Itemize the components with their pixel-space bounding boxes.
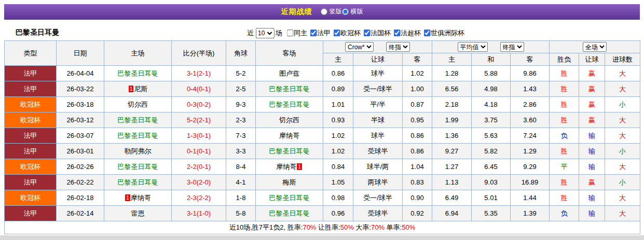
avg-draw-odds: 5.82 — [472, 144, 511, 159]
checkbox-same-home[interactable] — [286, 30, 293, 36]
corners: 7-3 — [226, 128, 256, 144]
home-team-cell: 勒阿弗尔 — [104, 144, 172, 159]
team-name[interactable]: 巴黎圣日耳曼 — [269, 147, 310, 155]
league-badge: 法甲 — [5, 175, 57, 190]
team-name[interactable]: 巴黎圣日耳曼 — [118, 132, 158, 139]
checkbox-coupe-de-france[interactable] — [363, 30, 370, 36]
layout-option-vertical[interactable]: 竖版 — [321, 7, 342, 16]
checkbox-ligue1[interactable] — [310, 30, 317, 36]
match-date: 26-03-12 — [57, 112, 104, 128]
checkbox-trophee[interactable] — [393, 30, 400, 36]
result-wdl: 胜 — [550, 144, 579, 159]
league-badge: 欧冠杯 — [5, 159, 57, 175]
col-header-corners: 角球 — [226, 41, 256, 66]
match-date: 26-03-22 — [57, 81, 104, 97]
filter-checkbox-trophee[interactable]: 法超杯 — [393, 29, 421, 38]
layout-option-horizontal[interactable]: 横版 — [342, 7, 363, 16]
avg-home-odds: 1.27 — [432, 159, 472, 175]
result-wdl: 胜 — [550, 81, 579, 97]
corners: 8-4 — [226, 159, 256, 175]
col-header-type: 类型 — [5, 41, 57, 66]
home-team-cell: 巴黎圣日耳曼 — [104, 175, 172, 190]
team-name[interactable]: 摩纳哥 — [276, 163, 296, 171]
result-wdl: 负 — [550, 128, 579, 144]
league-badge: 法甲 — [5, 144, 57, 159]
team-name[interactable]: 巴黎圣日耳曼 — [118, 69, 158, 77]
filter-checkbox-club-world-cup[interactable]: 世俱洲际杯 — [423, 29, 464, 38]
checkbox-club-world-cup[interactable] — [423, 30, 430, 36]
crown-home-odds: 1.02 — [323, 128, 353, 144]
table-body: 法甲 26-04-04 巴黎圣日耳曼 3-1(2-1) 5-2 图卢兹 0.86… — [5, 66, 640, 221]
league-badge: 法甲 — [5, 128, 57, 144]
team-name[interactable]: 图卢兹 — [279, 69, 299, 77]
result-handicap: 赢 — [579, 66, 605, 81]
summary-label: 让胜率: — [316, 223, 340, 231]
match-row: 欧冠杯 26-02-26 巴黎圣日耳曼 2-2(0-1) 8-4 摩纳哥1 0.… — [5, 159, 640, 175]
sub-header-goals: 进球数 — [605, 53, 640, 66]
avg-home-odds: 9.27 — [432, 144, 472, 159]
sub-header-crown-away: 客 — [403, 53, 432, 66]
match-date: 26-03-18 — [57, 97, 104, 112]
score: 2-2(0-1) — [172, 159, 226, 175]
result-goals: 大 — [605, 159, 640, 175]
layout-radios: 竖版横版 — [321, 7, 363, 17]
match-count-select[interactable]: 10 — [255, 28, 274, 38]
team-name[interactable]: 勒阿弗尔 — [125, 147, 152, 155]
summary-label: 大率: — [354, 223, 371, 231]
team-name[interactable]: 巴黎圣日耳曼 — [118, 178, 158, 186]
team-name[interactable]: 摩纳哥 — [131, 194, 151, 202]
crown-home-odds: 1.05 — [323, 175, 353, 190]
title-bar: 近期战绩 竖版横版 — [4, 4, 640, 20]
col-header-date: 日期 — [57, 41, 104, 66]
layout-radio-horizontal[interactable] — [342, 8, 349, 15]
result-handicap: 输 — [579, 159, 605, 175]
team-name[interactable]: 切尔西 — [128, 101, 148, 108]
crown-handicap: 球半 — [353, 66, 403, 81]
summary-label: 近10场,胜7平1负2, 胜率: — [229, 223, 303, 231]
avg-home-odds: 2.18 — [432, 97, 472, 112]
filter-bar: 巴黎圣日耳曼 近 10 场 同主法甲欧冠杯法国杯法超杯世俱洲际杯 — [4, 20, 640, 40]
away-team-cell: 巴黎圣日耳曼 — [256, 206, 323, 221]
summary-row: 近10场,胜7平1负2, 胜率:70% 让胜率:50% 大率:70% 单率:50… — [5, 221, 640, 234]
result-handicap: 输 — [579, 144, 605, 159]
result-scope-select[interactable]: 全场 — [583, 42, 607, 52]
home-team-cell: 1摩纳哥 — [104, 190, 172, 206]
filter-checkbox-ucl[interactable]: 欧冠杯 — [333, 29, 361, 38]
filter-checkbox-ligue1[interactable]: 法甲 — [310, 29, 331, 38]
corners: 5-2 — [226, 66, 256, 81]
filter-checkbox-same-home[interactable]: 同主 — [286, 29, 307, 38]
result-wdl: 胜 — [550, 97, 579, 112]
avg-source-select[interactable]: 平均值 — [458, 42, 488, 52]
team-name[interactable]: 巴黎圣日耳曼 — [269, 101, 310, 108]
team-name[interactable]: 巴黎圣日耳曼 — [269, 85, 310, 93]
team-name[interactable]: 梅斯 — [283, 178, 296, 186]
result-goals: 大 — [605, 112, 640, 128]
team-name[interactable]: 切尔西 — [279, 116, 299, 124]
summary-text: 近10场,胜7平1负2, 胜率:70% 让胜率:50% 大率:70% 单率:50… — [5, 221, 640, 234]
filter-checkbox-coupe-de-france[interactable]: 法国杯 — [363, 29, 391, 38]
avg-time-select[interactable]: 终指 — [500, 42, 524, 52]
team-name[interactable]: 雷恩 — [131, 209, 145, 217]
team-name[interactable]: 巴黎圣日耳曼 — [269, 194, 310, 202]
checkbox-ucl[interactable] — [333, 30, 340, 36]
layout-radio-vertical[interactable] — [321, 8, 327, 15]
result-wdl: 胜 — [550, 66, 579, 81]
home-team-cell: 1尼斯 — [104, 81, 172, 97]
corners: 9-3 — [226, 97, 256, 112]
team-name[interactable]: 巴黎圣日耳曼 — [118, 116, 158, 124]
score: 5-2(2-1) — [172, 112, 226, 128]
team-name[interactable]: 巴黎圣日耳曼 — [118, 163, 158, 171]
crown-handicap: 半球 — [353, 112, 403, 128]
team-name[interactable]: 摩纳哥 — [279, 132, 299, 139]
team-name[interactable]: 尼斯 — [134, 85, 147, 93]
crown-away-odds: 0.87 — [403, 97, 432, 112]
sub-header-avg-draw: 和 — [472, 53, 511, 66]
odds-time-select[interactable]: 终指 — [386, 42, 410, 52]
match-row: 欧冠杯 26-03-18 切尔西 0-3(0-2) 9-3 巴黎圣日耳曼 1.0… — [5, 97, 640, 112]
team-name[interactable]: 巴黎圣日耳曼 — [269, 209, 310, 217]
summary-value: 50% — [340, 223, 354, 231]
match-row: 法甲 26-04-04 巴黎圣日耳曼 3-1(2-1) 5-2 图卢兹 0.86… — [5, 66, 640, 81]
odds-source-select[interactable]: Crow* — [345, 42, 374, 52]
result-wdl: 胜 — [550, 190, 579, 206]
league-badge: 欧冠杯 — [5, 190, 57, 206]
